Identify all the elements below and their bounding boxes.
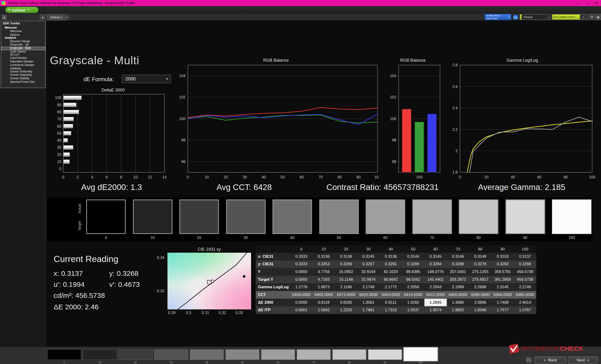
sidebar-item-color-gamut[interactable]: Color Gamut (1, 50, 45, 53)
table-header-cell: 50 (402, 246, 424, 253)
table-row-e-itp: ΔE ITP0.00611.59421.22201.78611.73101.55… (256, 306, 536, 314)
table-cell: 456.5738 (514, 268, 536, 276)
table-cell: 15.1148 (335, 276, 357, 284)
meter-label: X-Rite i1Pro 2 Direct View (485, 14, 507, 20)
svg-text:0: 0 (459, 175, 461, 179)
patch-60[interactable] (261, 349, 295, 360)
patch-30[interactable] (154, 349, 188, 360)
grayscale-swatch-50 (319, 200, 359, 234)
patch-90[interactable] (368, 349, 402, 360)
sidebar-item-grayscale-multi[interactable]: Grayscale - Multi (1, 47, 45, 50)
cie-x-tick-label: 0.29 (166, 311, 178, 315)
svg-text:70: 70 (319, 175, 323, 179)
svg-text:60: 60 (537, 175, 541, 179)
swatch-level-label: 70 (412, 235, 452, 240)
svg-text:60: 60 (57, 124, 61, 128)
table-cell-highlighted[interactable]: 1.2845 (424, 298, 447, 306)
table-cell: 6364.0000 (491, 291, 514, 299)
tab-history-1[interactable]: History 1 (47, 14, 66, 21)
table-cell: 1.9074 (424, 306, 447, 314)
display-control-select[interactable]: Direct Display Control ▾ (552, 14, 588, 20)
source-select[interactable]: Source ▾ (520, 14, 551, 20)
svg-text:104: 104 (390, 74, 396, 78)
sidebar-item-luminance-sweeps[interactable]: Luminance Sweeps (1, 64, 45, 67)
patch-80[interactable] (332, 349, 366, 360)
next-label: Next (577, 358, 585, 362)
patch-level-label: 10 (83, 361, 117, 364)
table-cell: 0.0061 (290, 306, 312, 314)
settings-gear-icon[interactable]: ⚙ (589, 14, 595, 20)
deltae-chart-title: DeltaE 2000 (58, 88, 169, 92)
patch-0[interactable] (47, 349, 81, 360)
table-cell: 0.3291 (380, 260, 402, 268)
table-cell: 1.0282 (402, 298, 424, 306)
sidebar-item-welcome[interactable]: Welcome (1, 27, 45, 30)
table-cell: 0.3146 (447, 253, 469, 260)
svg-text:2.6: 2.6 (452, 85, 458, 89)
table-cell: 1.7310 (380, 306, 402, 314)
patch-100[interactable] (404, 347, 438, 361)
workflow-tree: WelcomeWelcomeOptionsAnalysisDynamic Ran… (1, 27, 45, 84)
patch-20[interactable] (118, 349, 152, 360)
svg-text:60: 60 (300, 175, 304, 179)
svg-text:0: 0 (62, 175, 64, 179)
table-header-cell: 90 (491, 246, 514, 253)
grayscale-swatch-70 (412, 200, 452, 234)
titlebar: Calman 2025 Calman Ultimate for Business… (0, 0, 601, 6)
svg-text:90: 90 (356, 175, 361, 179)
table-cell: 2.2056 (402, 283, 424, 291)
svg-text:12: 12 (148, 175, 152, 179)
calman-logo-label: calman (12, 8, 26, 12)
table-cell: 1.9973 (312, 283, 335, 291)
notebookcheck-text: NOTEBOOKCHECK (521, 345, 583, 353)
panel-toggle-icon[interactable]: ▦ (2, 15, 7, 20)
sidebar-header: SDR Toolkit (1, 21, 45, 27)
swatch-level-label: 90 (505, 235, 545, 240)
sidebar-item-spectral-power-dist[interactable]: Spectral Power Dist. (1, 80, 45, 84)
toolbar-tabs: ▦ ◀ History 1 + X-Rite i1Pro 2 Direct Vi… (0, 14, 601, 21)
table-cell: 0.3136 (335, 253, 357, 260)
de-formula-select[interactable]: 2000 ▼ (122, 75, 171, 83)
gamma-chart: 1.822.22.42.62.8020406080100 (446, 63, 598, 179)
display-icon-button[interactable] (526, 357, 531, 363)
collapse-sidebar-button[interactable]: ◀ (40, 15, 45, 19)
patch-level-label: 90 (368, 361, 402, 364)
svg-text:2.4: 2.4 (452, 106, 458, 110)
maximize-icon[interactable]: □ (583, 0, 592, 6)
sidebar-panel: SDR Toolkit WelcomeWelcomeOptionsAnalysi… (1, 21, 46, 88)
next-button[interactable]: Next » (568, 356, 598, 363)
table-cell: 1.9802 (447, 306, 469, 314)
table-header-cell: 100 (514, 246, 536, 253)
grayscale-swatch-80 (459, 200, 498, 234)
patch-50[interactable] (225, 349, 260, 360)
chevron-down-icon: ▼ (164, 77, 170, 81)
svg-text:40: 40 (57, 138, 61, 142)
new-tab-button[interactable]: + (64, 15, 69, 20)
sidebar-item-welcome[interactable]: Welcome (1, 30, 45, 33)
chevron-left-icon: « (544, 358, 546, 362)
table-header-cell: 60 (424, 246, 447, 253)
back-label: Back (548, 358, 557, 362)
patch-10[interactable] (83, 349, 117, 360)
patch-70[interactable] (297, 349, 331, 360)
table-cell: 275.1355 (469, 268, 491, 276)
current-reading-title: Current Reading (54, 254, 119, 264)
measurement-table: 0102030405060708090100x: CIE310.33330.31… (256, 246, 536, 314)
minimize-icon[interactable]: — (573, 0, 582, 6)
table-row-gamma-log-log: Gamma Log/Log1.27781.99732.11862.17492.1… (256, 283, 536, 291)
rgb-balance-bar-title: RGB Balance (384, 58, 441, 63)
table-row-label: CCT (256, 291, 290, 299)
meter-select-button[interactable]: X-Rite i1Pro 2 Direct View ▾ (485, 14, 511, 20)
close-icon[interactable]: ✕ (592, 0, 601, 6)
patch-40[interactable] (190, 349, 224, 360)
layout-button-icon[interactable]: ▣ (596, 14, 601, 20)
calman-menu-button[interactable]: ✳ calman ▾ (5, 7, 38, 13)
table-cell: 15.0902 (335, 268, 357, 276)
table-cell: 62.1020 (380, 268, 402, 276)
back-button[interactable]: « Back (534, 356, 567, 363)
svg-text:98: 98 (392, 138, 396, 142)
cie-y-axis-labels: 0.340.32 (154, 253, 166, 310)
window-title: Calman 2025 Calman Ultimate for Business… (8, 1, 135, 5)
table-row-label: Gamma Log/Log (256, 283, 290, 291)
reading-u-prime: u': 0.1994 (54, 280, 85, 289)
